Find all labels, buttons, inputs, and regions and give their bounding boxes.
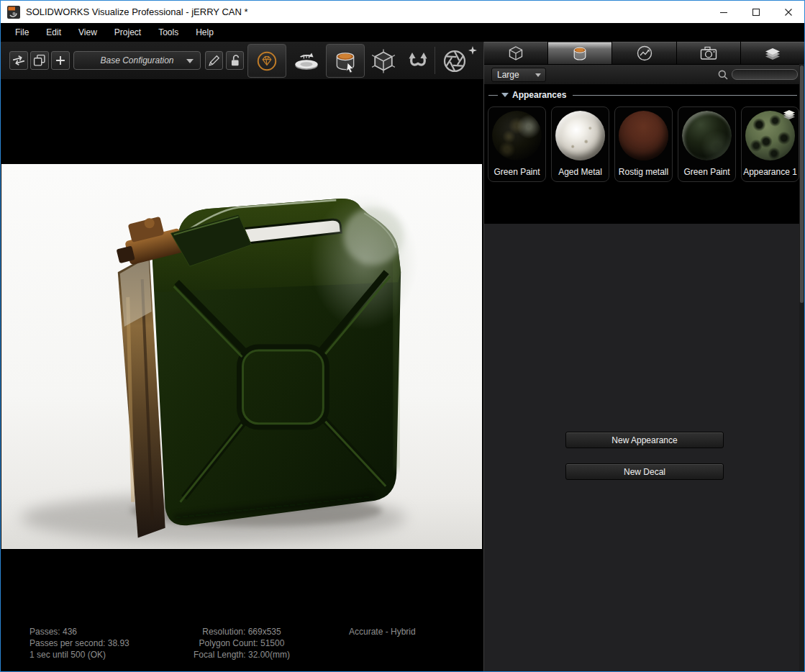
menu-edit[interactable]: Edit xyxy=(37,23,70,42)
tab-layers[interactable] xyxy=(741,42,804,64)
app-window: SOLIDWORKS Visualize Professional - jERR… xyxy=(0,0,805,672)
menubar: File Edit View Project Tools Help xyxy=(1,23,804,42)
toolbar-pin-button[interactable] xyxy=(468,45,477,58)
turntable-icon xyxy=(291,48,322,74)
stat-polygon-count: Polygon Count: 51500 xyxy=(163,637,321,649)
stat-countdown: 1 sec until 500 (OK) xyxy=(29,649,129,660)
material-sphere xyxy=(492,111,542,160)
appearances-header[interactable]: Appearances xyxy=(484,84,804,100)
toolbar-separator xyxy=(435,47,435,74)
layers-stack-icon xyxy=(763,44,783,63)
collapse-triangle-icon xyxy=(501,93,509,97)
tab-environments[interactable] xyxy=(612,42,676,64)
appearance-label: Green Paint xyxy=(678,167,735,177)
menu-help[interactable]: Help xyxy=(187,23,222,42)
appearance-label: Appearance 1 xyxy=(742,167,799,177)
edit-configuration-button[interactable] xyxy=(205,51,223,70)
camera-aperture-button[interactable] xyxy=(437,44,472,78)
window-controls xyxy=(707,1,804,23)
models-cube-icon xyxy=(506,44,525,63)
lock-configuration-button[interactable] xyxy=(226,51,244,70)
minimize-button[interactable] xyxy=(707,1,740,23)
render-stats-right: Accurate - Hybrid xyxy=(349,626,416,637)
stat-passes-per-second: Passes per second: 38.93 xyxy=(29,637,129,649)
panel-lower: New Appearance New Decal xyxy=(484,223,804,671)
plus-icon xyxy=(53,53,68,68)
cameras-camera-icon xyxy=(699,44,719,63)
maximize-icon xyxy=(751,7,761,17)
menu-view[interactable]: View xyxy=(70,23,106,42)
material-sphere xyxy=(555,111,605,160)
stat-resolution: Resolution: 669x535 xyxy=(163,626,321,637)
tab-appearances[interactable] xyxy=(548,42,611,64)
swap-view-button[interactable] xyxy=(401,44,435,78)
aperture-icon xyxy=(442,48,468,74)
swap-curved-icon xyxy=(405,50,431,73)
turntable-button[interactable] xyxy=(288,44,325,78)
menu-tools[interactable]: Tools xyxy=(150,23,187,42)
paint-bucket-cursor-icon xyxy=(332,48,358,74)
close-icon xyxy=(783,7,793,17)
scrollbar-thumb[interactable] xyxy=(800,65,804,303)
render-viewport-3d[interactable] xyxy=(1,164,482,549)
maximize-button[interactable] xyxy=(740,1,772,23)
environment-gauge-icon xyxy=(635,44,654,63)
render-mode-button[interactable] xyxy=(247,44,286,78)
tab-cameras[interactable] xyxy=(677,42,740,64)
header-dash xyxy=(488,95,498,96)
minimize-icon xyxy=(719,7,729,17)
lock-open-icon xyxy=(227,53,243,68)
layered-appearance-icon xyxy=(781,109,797,122)
main-content: Base Configuration xyxy=(1,42,804,671)
material-sphere xyxy=(619,111,668,160)
close-button[interactable] xyxy=(772,1,804,23)
palette-tabs xyxy=(484,42,804,64)
cube-axes-icon xyxy=(370,48,396,74)
main-toolbar: Base Configuration xyxy=(1,42,483,79)
material-sphere xyxy=(682,111,732,160)
render-stats-left: Passes: 436 Passes per second: 38.93 1 s… xyxy=(29,626,129,660)
palette-controls: Large xyxy=(484,64,804,84)
search-input[interactable] xyxy=(732,69,798,80)
panel-scrollbar[interactable] xyxy=(799,64,804,671)
menu-file[interactable]: File xyxy=(6,23,37,42)
tab-models[interactable] xyxy=(484,42,547,64)
render-diamond-icon xyxy=(256,50,278,72)
stat-passes: Passes: 436 xyxy=(29,626,129,637)
titlebar: SOLIDWORKS Visualize Professional - jERR… xyxy=(1,1,804,23)
stat-focal-length: Focal Length: 32.00(mm) xyxy=(163,649,321,660)
paint-tool-button[interactable] xyxy=(326,44,365,78)
pencil-icon xyxy=(206,53,222,68)
appearances-bucket-icon xyxy=(570,44,589,63)
swap-configuration-button[interactable] xyxy=(9,51,28,70)
chevron-down-icon xyxy=(535,73,541,77)
chevron-down-icon xyxy=(186,59,194,63)
appearances-section: Appearances Green Paint Aged Metal Rosti… xyxy=(484,84,804,223)
duplicate-icon xyxy=(31,52,48,69)
object-manipulation-button[interactable] xyxy=(366,44,401,78)
new-decal-button[interactable]: New Decal xyxy=(565,463,724,480)
header-rule xyxy=(573,95,797,96)
appearance-thumb-green-paint-1[interactable]: Green Paint xyxy=(488,106,546,182)
appearance-thumb-aged-metal[interactable]: Aged Metal xyxy=(551,106,609,182)
duplicate-button[interactable] xyxy=(30,51,49,70)
add-configuration-button[interactable] xyxy=(51,51,70,70)
appearance-thumb-appearance-1[interactable]: Appearance 1 xyxy=(741,106,799,182)
appearance-thumbnails: Green Paint Aged Metal Rostig metall Gre… xyxy=(484,100,804,182)
right-panel: Large Appearances xyxy=(483,42,804,671)
configuration-dropdown[interactable]: Base Configuration xyxy=(73,51,201,70)
window-title: SOLIDWORKS Visualize Professional - jERR… xyxy=(26,6,248,17)
jerry-can-render xyxy=(1,164,482,549)
menu-project[interactable]: Project xyxy=(106,23,150,42)
appearance-label: Rostig metall xyxy=(615,167,672,177)
thumbnail-size-dropdown[interactable]: Large xyxy=(491,68,546,82)
appearances-title: Appearances xyxy=(512,90,566,100)
configuration-label: Base Configuration xyxy=(100,55,173,65)
search-icon xyxy=(717,69,729,81)
swap-arrows-icon xyxy=(10,52,27,69)
viewport-column: Base Configuration xyxy=(1,42,483,671)
pin-icon xyxy=(468,46,477,55)
new-appearance-button[interactable]: New Appearance xyxy=(565,432,724,448)
appearance-thumb-rostig-metall[interactable]: Rostig metall xyxy=(614,106,673,182)
appearance-thumb-green-paint-2[interactable]: Green Paint xyxy=(678,106,736,182)
